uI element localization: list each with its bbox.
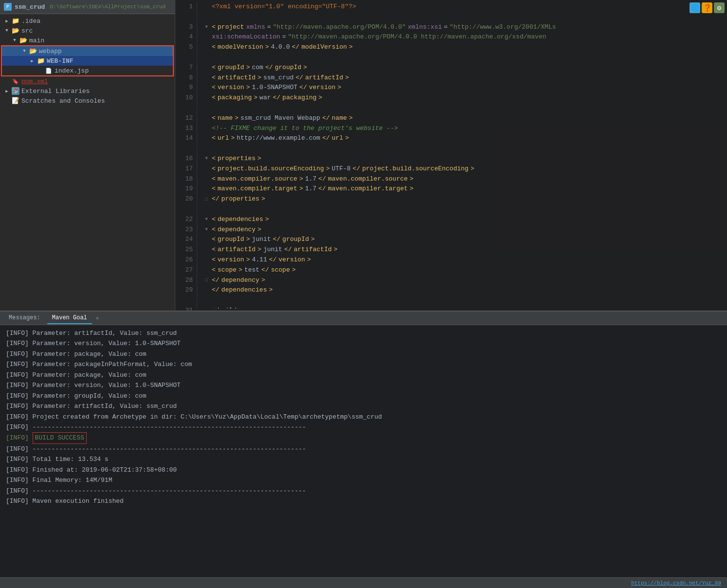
label-main: main (29, 37, 44, 44)
code-line-27: <scope>test</scope> (203, 265, 721, 276)
label-extlibs: External Libraries (21, 88, 90, 95)
tree-item-indexjsp[interactable]: 📄 index.jsp (2, 66, 173, 75)
project-title: ssm_crud (15, 3, 45, 11)
scratch-icon: 📝 (12, 97, 19, 105)
tree-item-scratches[interactable]: 📝 Scratches and Consoles (0, 96, 175, 106)
folder-icon-webinf: 📁 (37, 57, 45, 65)
fold-3: ▼ (203, 23, 210, 31)
file-icon-indexjsp: 📄 (45, 67, 53, 74)
folder-icon-main: 📂 (19, 37, 27, 44)
help-icon[interactable]: ❓ (702, 2, 712, 13)
highlighted-section: 📂 webapp 📁 WEB-INF 📄 index.jsp (1, 45, 174, 76)
status-url[interactable]: https://blog.csdn.net/Yuz_99 (631, 580, 721, 586)
bottom-panel: Messages: Maven Goal ✕ [INFO] Parameter:… (0, 311, 727, 577)
file-icon-pomxml: 🔖 (12, 77, 19, 85)
editor-area: 1 3 4 5 7 8 9 10 12 13 14 16 17 (175, 0, 727, 311)
code-line-17: <project.build.sourceEncoding>UTF-8</pro… (203, 164, 721, 174)
tree-item-src[interactable]: 📂 src (0, 26, 175, 36)
code-line-18: <maven.compiler.source>1.7</maven.compil… (203, 174, 721, 184)
file-tree: 📁 .idea 📂 src 📂 main (0, 14, 175, 311)
code-line-5: <modelVersion>4.0.0</modelVersion> (203, 42, 721, 53)
folder-icon-src: 📂 (12, 27, 19, 35)
code-line-2 (203, 12, 721, 22)
main-layout: 🌐 ❓ ⚙ P ssm_crud D:\Software\IDEA\AllPro… (0, 0, 727, 588)
console-line-6: [INFO] Parameter: version, Value: 1.0-SN… (6, 380, 721, 390)
console-line-build: [INFO] BUILD SUCCESS (6, 432, 721, 443)
code-line-22: ▼ <dependencies> (203, 215, 721, 225)
project-path: D:\Software\IDEA\AllProject\ssm_crud (50, 4, 166, 10)
tree-item-webinf[interactable]: 📁 WEB-INF (2, 56, 173, 66)
label-indexjsp: index.jsp (55, 67, 89, 74)
code-line-19: <maven.compiler.target>1.7</maven.compil… (203, 184, 721, 194)
console-line-13: [INFO] Total time: 13.534 s (6, 454, 721, 464)
tab-messages[interactable]: Messages: (4, 312, 45, 324)
console-line-9: [INFO] Project created from Archetype in… (6, 412, 721, 422)
code-line-24: <groupId>junit</groupId> (203, 235, 721, 245)
status-bar: https://blog.csdn.net/Yuz_99 (0, 577, 727, 588)
code-line-7: <groupId>com</groupId> (203, 63, 721, 73)
label-pomxml: pom.xml (21, 78, 48, 85)
project-header[interactable]: P ssm_crud D:\Software\IDEA\AllProject\s… (0, 0, 175, 14)
console-line-7: [INFO] Parameter: groupId, Value: com (6, 391, 721, 401)
label-idea: .idea (21, 18, 40, 25)
tree-item-extlibs[interactable]: 📚 External Libraries (0, 86, 175, 96)
fold-16: ▼ (203, 155, 210, 163)
build-success-badge: BUILD SUCCESS (33, 432, 87, 443)
label-scratches: Scratches and Consoles (21, 97, 105, 105)
console-line-16: [INFO] ---------------------------------… (6, 486, 721, 496)
console-line-14: [INFO] Finished at: 2019-06-02T21:37:58+… (6, 465, 721, 475)
line-numbers: 1 3 4 5 7 8 9 10 12 13 14 16 17 (175, 2, 197, 309)
console-output: [INFO] Parameter: artifactId, Value: ssm… (0, 325, 727, 577)
code-line-28: □ </dependency> (203, 276, 721, 286)
fold-20: □ (203, 196, 210, 203)
code-line-11 (203, 103, 721, 113)
code-line-6 (203, 53, 721, 63)
fold-28: □ (203, 276, 210, 284)
code-line-12: <name>ssm_crud Maven Webapp</name> (203, 113, 721, 124)
code-lines: <?xml version="1.0" encoding="UTF-8"?> ▼… (197, 2, 727, 309)
code-line-29: </dependencies> (203, 285, 721, 295)
code-line-8: <artifactId>ssm_crud</artifactId> (203, 73, 721, 83)
label-webapp: webapp (39, 48, 62, 55)
extlib-icon: 📚 (12, 87, 19, 95)
code-line-16: ▼ <properties> (203, 154, 721, 164)
code-line-3: ▼ <project xmlns="http://maven.apache.or… (203, 22, 721, 33)
panel-tabs: Messages: Maven Goal ✕ (0, 312, 727, 325)
folder-icon-idea: 📁 (12, 17, 19, 25)
arrow-src (4, 28, 10, 34)
tree-item-pomxml[interactable]: 🔖 pom.xml (0, 76, 175, 86)
tab-maven[interactable]: Maven Goal (47, 312, 92, 324)
arrow-webapp (21, 48, 27, 54)
code-line-21 (203, 204, 721, 215)
tree-item-main[interactable]: 📂 main (0, 36, 175, 45)
code-line-23: ▼ <dependency> (203, 225, 721, 235)
code-line-15 (203, 144, 721, 154)
code-line-25: <artifactId>junit</artifactId> (203, 245, 721, 255)
console-line-1: [INFO] Parameter: artifactId, Value: ssm… (6, 328, 721, 338)
console-line-5: [INFO] Parameter: package, Value: com (6, 370, 721, 380)
fold-31: ▼ (203, 307, 210, 309)
code-line-10: <packaging>war</packaging> (203, 93, 721, 103)
code-line-4: xsi:schemaLocation="http://maven.apache.… (203, 32, 721, 42)
fold-23: ▼ (203, 226, 210, 234)
console-line-12: [INFO] ---------------------------------… (6, 444, 721, 454)
tree-item-idea[interactable]: 📁 .idea (0, 16, 175, 26)
label-src: src (21, 27, 33, 35)
console-line-3: [INFO] Parameter: package, Value: com (6, 349, 721, 359)
arrow-idea (4, 18, 10, 24)
tab-close[interactable]: ✕ (96, 315, 99, 321)
top-area: P ssm_crud D:\Software\IDEA\AllProject\s… (0, 0, 727, 311)
code-line-31: ▼ <build> (203, 306, 721, 309)
sidebar: P ssm_crud D:\Software\IDEA\AllProject\s… (0, 0, 175, 311)
console-line-4: [INFO] Parameter: packageInPathFormat, V… (6, 359, 721, 369)
code-line-9: <version>1.0-SNAPSHOT</version> (203, 83, 721, 93)
folder-icon-webapp: 📂 (29, 47, 37, 55)
fold-22: ▼ (203, 216, 210, 223)
settings-icon[interactable]: ⚙ (714, 2, 725, 13)
tree-item-webapp[interactable]: 📂 webapp (2, 46, 173, 56)
label-webinf: WEB-INF (47, 57, 74, 65)
browser-icon[interactable]: 🌐 (690, 2, 700, 13)
console-line-10: [INFO] ---------------------------------… (6, 422, 721, 432)
code-line-1: <?xml version="1.0" encoding="UTF-8"?> (203, 2, 721, 12)
code-line-26: <version>4.11</version> (203, 255, 721, 265)
